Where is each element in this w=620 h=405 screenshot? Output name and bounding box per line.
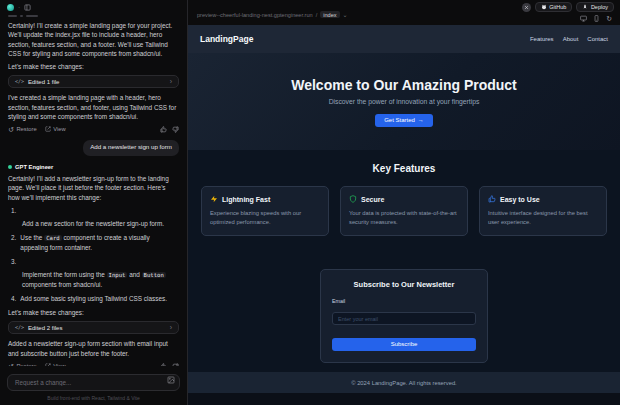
thumbs-up-icon[interactable] [160,126,167,133]
message-actions: ↺ Restore View [8,125,179,133]
feature-card: Easy to Use Intuitive interface designed… [479,186,607,236]
chat-header: · [0,0,187,14]
assistant-message-text: Certainly! I'll add a newsletter sign-up… [8,174,179,202]
code-icon: </> [15,78,24,85]
clipped-previous-message [8,15,179,17]
nav-link-contact[interactable]: Contact [587,36,608,42]
preview-page-selector[interactable]: index [320,11,339,18]
preview-topbar: preview--cheerful-landing-nest.gptengine… [188,0,620,25]
thumbs-up-icon[interactable] [160,363,167,366]
features-title: Key Features [201,150,607,186]
nav-link-about[interactable]: About [563,36,579,42]
agent-name: GPT Engineer [15,163,53,171]
assistant-message-text: Certainly! I'll create a simple landing … [8,21,179,58]
message-actions: ↺ Restore View [8,362,179,366]
feedback-buttons [160,126,179,133]
edited-files-row[interactable]: </> Edited 2 files › [8,321,179,334]
feature-card-desc: Experience blazing speeds with our optim… [210,209,320,227]
restore-icon: ↺ [8,363,14,366]
topbar-actions: GitHub Deploy [522,2,614,12]
preview-url: preview--cheerful-landing-nest.gptengine… [197,11,348,18]
chevron-down-icon: ⌄ [343,11,348,18]
chat-panel: · Certainly! I'll create a simple landin… [0,0,188,405]
changes-label: Let's make these changes: [8,62,179,71]
feature-cards: Lightning Fast Experience blazing speeds… [201,186,607,236]
feature-card-title: Secure [361,196,384,203]
email-label: Email [332,298,476,304]
landing-footer: © 2024 LandingPage. All rights reserved. [188,372,620,393]
assistant-result-text: Added a newsletter sign-up form section … [8,339,179,358]
zap-icon [210,195,218,203]
newsletter-card: Subscribe to Our Newsletter Email Subscr… [320,269,488,363]
feature-card: Lightning Fast Experience blazing speeds… [201,186,329,236]
preview-panel: preview--cheerful-landing-nest.gptengine… [188,0,620,405]
thumbs-down-icon[interactable] [172,363,179,366]
feedback-buttons [160,363,179,366]
deploy-button[interactable]: Deploy [576,2,614,12]
inline-code: Card [44,235,61,241]
newsletter-section: Subscribe to Our Newsletter Email Subscr… [188,260,620,372]
code-icon: </> [15,324,24,331]
assistant-result-text: I've created a simple landing page with … [8,93,179,121]
step-item: 3. Implement the form using the Input an… [11,257,179,289]
refresh-icon[interactable]: ↻ [606,15,612,22]
get-started-button[interactable]: Get Started → [375,114,433,127]
gptengineer-logo[interactable] [7,4,14,11]
preview-url-host: preview--cheerful-landing-nest.gptengine… [197,12,313,18]
app-window: · Certainly! I'll create a simple landin… [0,0,620,405]
chevron-right-icon: › [170,324,172,331]
hero-title: Welcome to Our Amazing Product [291,77,517,93]
chat-message-list: Certainly! I'll create a simple landing … [0,14,187,366]
step-item: 2. Use the Card component to create a vi… [11,233,179,252]
page-background [188,393,620,405]
restore-icon: ↺ [8,126,14,133]
agent-status-dot [8,165,12,169]
view-icon [45,363,51,366]
changes-label: Let's make these changes: [8,308,179,317]
feature-card-desc: Intuitive interface designed for the bes… [488,209,598,227]
step-item: 4. Add some basic styling using Tailwind… [11,294,179,303]
request-change-input[interactable] [7,374,180,391]
shield-icon [349,195,357,203]
feature-card-title: Lightning Fast [222,196,270,203]
email-field[interactable] [332,312,476,325]
rocket-icon [582,4,588,10]
landing-header: LandingPage Features About Contact [188,25,620,53]
github-icon [541,4,547,10]
view-icon [45,126,51,132]
feature-card-desc: Your data is protected with state-of-the… [349,209,459,227]
thumbs-up-icon [488,195,496,203]
restore-button[interactable]: ↺ Restore [8,362,37,366]
restore-button[interactable]: ↺ Restore [8,125,37,133]
user-message-row: Add a newsletter sign up form [8,140,179,156]
chat-input-area [7,371,180,391]
view-button[interactable]: View [45,125,66,133]
landing-nav: Features About Contact [530,36,608,42]
account-avatar[interactable] [522,3,531,12]
chevron-right-icon: › [170,78,172,85]
user-message-bubble: Add a newsletter sign up form [83,140,179,156]
edited-files-label: Edited 1 file [28,78,59,87]
mobile-icon[interactable] [593,15,600,22]
landing-brand: LandingPage [200,34,253,44]
attach-image-icon[interactable] [167,376,175,384]
arrow-right-icon: → [418,117,424,123]
view-button[interactable]: View [45,362,66,366]
edited-files-label: Edited 2 files [28,324,62,333]
newsletter-title: Subscribe to Our Newsletter [332,280,476,289]
hero-subtitle: Discover the power of innovation at your… [329,98,480,105]
viewport-controls: ↻ [580,15,612,22]
desktop-icon[interactable] [580,15,587,22]
features-section: Key Features Lightning Fast Experience b… [188,150,620,260]
subscribe-button[interactable]: Subscribe [332,338,476,351]
preview-url-separator: / [316,12,318,18]
thumbs-down-icon[interactable] [172,126,179,133]
edited-files-row[interactable]: </> Edited 1 file › [8,75,179,88]
feature-card: Secure Your data is protected with state… [340,186,468,236]
github-button[interactable]: GitHub [535,2,573,12]
step-item: 1. Add a new section for the newsletter … [11,206,179,229]
projects-icon[interactable] [24,4,31,11]
preview-viewport: LandingPage Features About Contact Welco… [188,25,620,405]
separator-dot: · [18,4,20,11]
nav-link-features[interactable]: Features [530,36,554,42]
